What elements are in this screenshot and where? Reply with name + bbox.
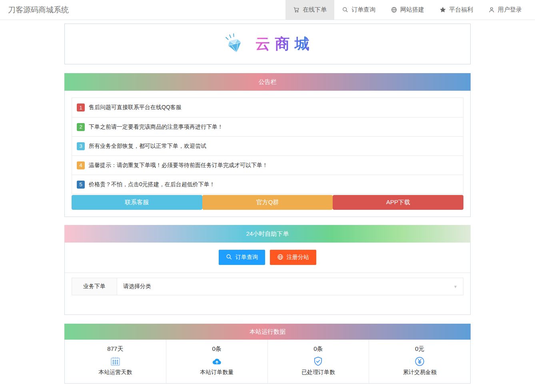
site-title: 刀客源码商城系统 [0,0,69,20]
self-service-header: 24小时自助下单 [64,225,471,243]
stat-cell-total-transactions: 0元 累计交易金额 [369,340,470,383]
globe-icon [277,254,283,261]
star-icon [439,6,446,13]
top-navbar: 刀客源码商城系统 在线下单 订单查询 网站搭建 [0,0,535,20]
app-download-button[interactable]: APP下载 [333,195,463,210]
announcement-text: 下单之前请一定要看完该商品的注意事项再进行下单！ [89,123,223,131]
business-order-row: 业务下单 请选择分类 ▼ [72,278,463,295]
announcement-section: 公告栏 1 售后问题可直接联系平台在线QQ客服 2 下单之前请一定要看完该商品的… [64,73,471,217]
stat-cell-operating-days: 877天 本站运营天数 [65,340,166,383]
yuan-icon [369,356,470,367]
announcement-buttons: 联系客服 官方Q群 APP下载 [72,195,463,210]
contact-support-button[interactable]: 联系客服 [72,195,202,210]
stat-value: 0元 [369,345,470,353]
cloud-upload-icon [166,356,268,367]
nav-item-label: 订单查询 [351,6,375,14]
announcement-item: 3 所有业务全部恢复，都可以正常下单，欢迎尝试 [72,136,463,155]
register-substation-button[interactable]: 注册分站 [270,250,316,265]
stat-label: 累计交易金额 [369,369,470,376]
announcement-list: 1 售后问题可直接联系平台在线QQ客服 2 下单之前请一定要看完该商品的注意事项… [72,98,463,194]
announcement-text: 价格贵？不怕，点击0元搭建，在后台超低价下单！ [89,181,215,188]
announcement-text: 售后问题可直接联系平台在线QQ客服 [89,104,182,111]
self-service-section: 24小时自助下单 订单查询 注册分站 [64,225,471,315]
brand-name: 云商城 [256,34,314,54]
self-service-body: 订单查询 注册分站 业务下单 请选择分类 ▼ [64,243,471,315]
nav-item-platform-benefits[interactable]: 平台福利 [432,0,481,20]
page: 刀客源码商城系统 在线下单 订单查询 网站搭建 [0,0,535,392]
globe-icon [391,6,397,13]
stat-value: 877天 [65,345,166,353]
calendar-icon [65,356,166,367]
divider [65,273,470,273]
stat-label: 本站订单数量 [166,369,268,376]
official-qq-group-button[interactable]: 官方Q群 [202,195,333,210]
announcement-number-badge: 3 [77,142,85,150]
nav-item-label: 平台福利 [449,6,473,14]
stat-cell-processed-orders: 0条 已处理订单数 [268,340,369,383]
stat-cell-order-count: 0条 本站订单数量 [166,340,268,383]
announcement-header: 公告栏 [64,73,471,91]
nav-item-order-query[interactable]: 订单查询 [334,0,383,20]
stats-section: 本站运行数据 877天 [64,324,471,384]
announcement-number-badge: 5 [77,181,85,189]
nav-menu: 在线下单 订单查询 网站搭建 平台福利 [285,0,535,20]
cart-icon [293,6,300,13]
button-label: 注册分站 [287,254,309,261]
logo-card: 云商城 [64,24,471,64]
user-icon [488,6,495,13]
announcement-number-badge: 2 [77,123,85,131]
announcement-number-badge: 1 [77,103,85,111]
business-order-label: 业务下单 [72,278,117,295]
announcement-text: 温馨提示：请勿重复下单哦！必须要等待前面任务订单完成才可以下单！ [89,162,268,169]
announcement-text: 所有业务全部恢复，都可以正常下单，欢迎尝试 [89,143,206,150]
stat-value: 0条 [268,345,369,353]
nav-item-user-login[interactable]: 用户登录 [481,0,529,20]
announcement-item: 4 温馨提示：请勿重复下单哦！必须要等待前面任务订单完成才可以下单！ [72,155,463,175]
announcement-item: 1 售后问题可直接联系平台在线QQ客服 [72,98,463,117]
self-service-actions: 订单查询 注册分站 [65,243,470,273]
stat-label: 本站运营天数 [65,369,166,376]
search-icon [226,254,232,261]
category-select-placeholder: 请选择分类 [123,283,151,290]
stat-label: 已处理订单数 [268,369,369,376]
announcement-item: 2 下单之前请一定要看完该商品的注意事项再进行下单！ [72,117,463,136]
main-container: 云商城 公告栏 1 售后问题可直接联系平台在线QQ客服 2 下单之前请一定要看完… [64,24,471,384]
nav-item-online-order[interactable]: 在线下单 [285,0,334,20]
shield-check-icon [268,356,369,367]
announcement-number-badge: 4 [77,161,85,169]
stats-header: 本站运行数据 [64,324,471,340]
category-select[interactable]: 请选择分类 ▼ [117,278,463,295]
stat-value: 0条 [166,345,268,353]
search-icon [342,6,349,13]
announcement-item: 5 价格贵？不怕，点击0元搭建，在后台超低价下单！ [72,175,463,194]
nav-item-label: 网站搭建 [400,6,424,14]
button-label: 订单查询 [236,254,258,261]
order-query-button[interactable]: 订单查询 [219,250,265,265]
diamond-logo-icon [221,32,248,56]
chevron-down-icon: ▼ [453,285,457,289]
nav-item-label: 用户登录 [498,6,522,14]
nav-item-site-build[interactable]: 网站搭建 [383,0,432,20]
announcement-body: 1 售后问题可直接联系平台在线QQ客服 2 下单之前请一定要看完该商品的注意事项… [64,91,471,217]
nav-item-label: 在线下单 [303,6,327,14]
stats-row: 877天 本站运营天数 [64,340,471,384]
